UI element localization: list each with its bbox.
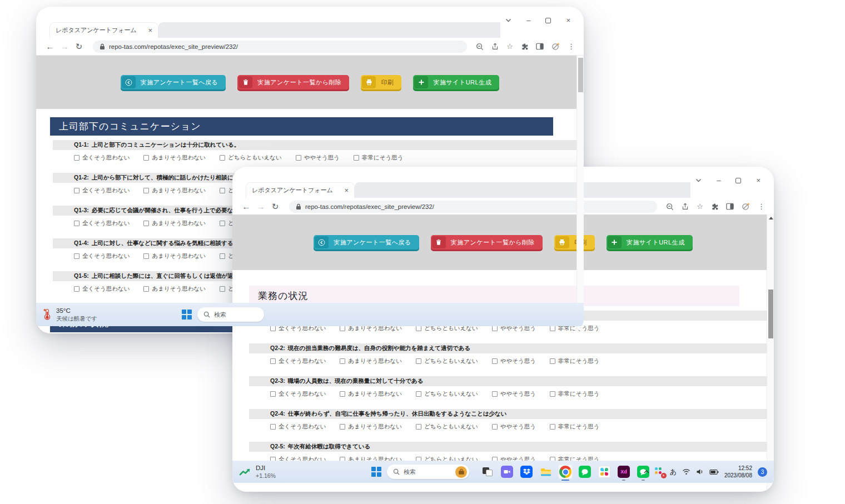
checkbox-option[interactable]: どちらともいえない — [416, 390, 478, 398]
checkbox-option[interactable]: 全くそう思わない — [270, 423, 326, 431]
bookmark-star-icon[interactable]: ☆ — [697, 202, 703, 211]
maximize-icon[interactable] — [735, 178, 741, 183]
checkbox[interactable] — [74, 221, 79, 226]
page-scrollbar[interactable] — [576, 56, 584, 333]
tab-search-chevron-icon[interactable] — [505, 18, 511, 22]
checkbox-option[interactable]: 非常にそう思う — [550, 390, 599, 398]
checkbox[interactable] — [492, 391, 498, 397]
minimize-icon[interactable]: – — [717, 177, 720, 184]
checkbox[interactable] — [354, 155, 359, 161]
forward-nav-icon[interactable]: → — [59, 42, 69, 51]
checkbox[interactable] — [74, 253, 79, 259]
screenshot-extension-icon[interactable] — [551, 42, 560, 51]
checkbox[interactable] — [550, 326, 555, 331]
checkbox[interactable] — [340, 424, 345, 430]
checkbox-option[interactable]: 全くそう思わない — [74, 219, 130, 227]
checkbox[interactable] — [340, 358, 345, 364]
checkbox-option[interactable]: 全くそう思わない — [74, 252, 130, 260]
address-bar[interactable]: repo-tas.com/repotas/exec_site_preview/2… — [289, 201, 657, 213]
slack-icon[interactable] — [597, 465, 612, 479]
checkbox-option[interactable]: どちらともいえない — [416, 357, 478, 365]
taskbar-clock[interactable]: 12:52 2023/08/08 — [724, 465, 752, 479]
back-nav-icon[interactable]: ← — [241, 202, 251, 211]
browser-tab[interactable]: レポタスアンケートフォーム × — [246, 182, 355, 198]
back-to-survey-list-button[interactable]: 実施アンケート一覧へ戻る — [121, 75, 226, 89]
checkbox-option[interactable]: ややそう思う — [492, 357, 536, 365]
checkbox[interactable] — [74, 188, 79, 193]
weather-widget[interactable]: 35°C 天候は酷暑です — [43, 307, 97, 322]
print-button[interactable]: 印刷 — [554, 235, 595, 249]
minimize-icon[interactable]: – — [526, 17, 530, 24]
checkbox-option[interactable]: 全くそう思わない — [74, 187, 130, 194]
ime-indicator[interactable]: あ — [670, 467, 677, 477]
checkbox-option[interactable]: 非常にそう思う — [550, 423, 599, 431]
checkbox-option[interactable]: 非常にそう思う — [354, 154, 403, 162]
taskbar-search[interactable]: 検索 — [197, 307, 264, 322]
address-bar[interactable]: repo-tas.com/repotas/exec_site_preview/2… — [93, 41, 467, 53]
checkbox[interactable] — [340, 391, 345, 397]
share-icon[interactable] — [682, 203, 689, 210]
checkbox-option[interactable]: 全くそう思わない — [74, 154, 130, 162]
screenshot-extension-icon[interactable] — [742, 202, 750, 211]
checkbox[interactable] — [270, 358, 276, 364]
checkbox-option[interactable]: 全くそう思わない — [74, 285, 130, 293]
tab-close-icon[interactable]: × — [344, 187, 349, 194]
checkbox[interactable] — [550, 358, 555, 364]
print-button[interactable]: 印刷 — [361, 75, 401, 89]
side-panel-icon[interactable] — [536, 43, 544, 50]
menu-dots-icon[interactable]: ⋮ — [758, 202, 765, 211]
checkbox-option[interactable]: あまりそう思わない — [143, 252, 205, 260]
checkbox[interactable] — [143, 253, 149, 259]
share-icon[interactable] — [491, 43, 499, 50]
scrollbar-thumb[interactable] — [768, 290, 773, 338]
close-icon[interactable]: × — [756, 177, 760, 184]
checkbox[interactable] — [143, 221, 149, 226]
checkbox[interactable] — [492, 424, 498, 430]
checkbox-option[interactable]: あまりそう思わない — [340, 357, 401, 365]
scrollbar-thumb[interactable] — [578, 58, 583, 92]
checkbox[interactable] — [416, 358, 421, 364]
notification-count-badge[interactable]: 3 — [758, 467, 767, 477]
adobe-xd-icon[interactable]: Xd — [617, 465, 631, 479]
task-view-icon[interactable] — [480, 465, 495, 479]
checkbox[interactable] — [416, 326, 421, 331]
checkbox[interactable] — [270, 326, 276, 331]
forward-nav-icon[interactable]: → — [256, 202, 266, 211]
tray-chevron-up-icon[interactable] — [644, 470, 649, 473]
generate-site-url-button[interactable]: 実施サイトURL生成 — [413, 75, 499, 89]
maximize-icon[interactable] — [545, 18, 551, 23]
menu-dots-icon[interactable]: ⋮ — [568, 42, 575, 51]
search-highlight-icon[interactable] — [455, 466, 467, 478]
checkbox[interactable] — [220, 286, 225, 292]
close-icon[interactable]: × — [566, 17, 570, 24]
zoom-out-icon[interactable] — [666, 203, 674, 211]
meeting-app-icon[interactable] — [500, 465, 514, 479]
checkbox[interactable] — [270, 391, 276, 397]
back-to-survey-list-button[interactable]: 実施アンケート一覧へ戻る — [314, 235, 419, 249]
chrome-icon[interactable] — [558, 465, 573, 479]
checkbox-option[interactable]: ややそう思う — [492, 390, 536, 398]
checkbox[interactable] — [296, 155, 301, 161]
checkbox[interactable] — [550, 424, 555, 430]
checkbox[interactable] — [270, 424, 276, 430]
checkbox[interactable] — [220, 221, 225, 226]
browser-tab[interactable]: レポタスアンケートフォーム × — [49, 22, 158, 38]
volume-icon[interactable] — [696, 468, 704, 475]
checkbox-option[interactable]: 全くそう思わない — [270, 390, 326, 398]
zoom-out-icon[interactable] — [476, 43, 484, 51]
page-scrollbar[interactable] — [767, 214, 774, 492]
wifi-icon[interactable] — [682, 468, 690, 475]
reload-icon[interactable]: ↻ — [270, 202, 280, 212]
checkbox[interactable] — [143, 188, 149, 193]
battery-icon[interactable] — [709, 469, 719, 475]
checkbox[interactable] — [74, 286, 79, 292]
checkbox[interactable] — [550, 391, 555, 397]
checkbox-option[interactable]: ややそう思う — [492, 423, 536, 431]
side-panel-icon[interactable] — [726, 203, 734, 210]
delete-from-survey-list-button[interactable]: 実施アンケート一覧から削除 — [431, 235, 543, 249]
checkbox[interactable] — [220, 155, 225, 161]
stock-widget[interactable]: DJI +1.16% — [239, 464, 276, 480]
taskbar-search[interactable]: 検索 — [387, 465, 469, 479]
checkbox-option[interactable]: あまりそう思わない — [143, 187, 205, 194]
scrollbar-up-arrow[interactable] — [769, 217, 773, 219]
